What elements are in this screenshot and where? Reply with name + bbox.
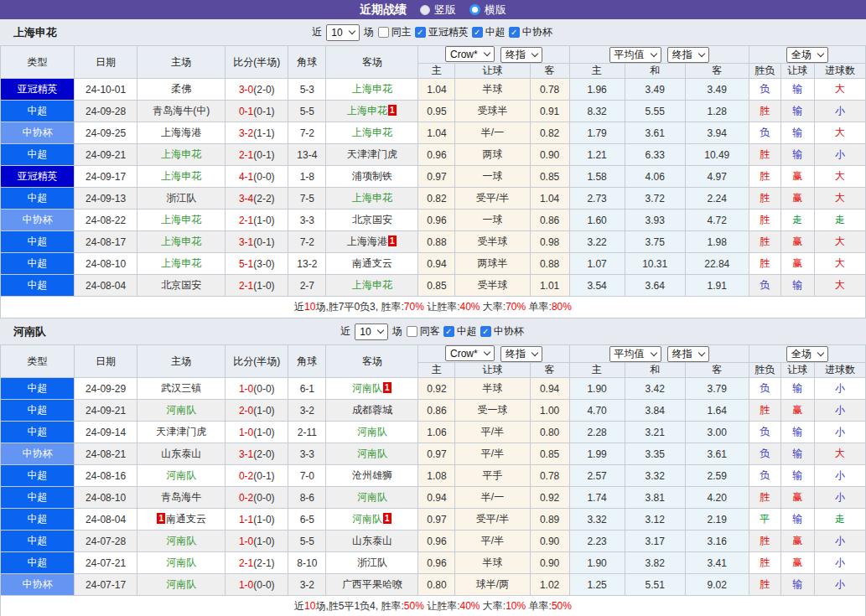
scope-select[interactable]: 全场 xyxy=(786,47,828,63)
away-team-name[interactable]: 成都蓉城 xyxy=(352,404,392,416)
filter-option[interactable]: ✓中超 xyxy=(472,25,506,39)
checkbox-icon[interactable]: ✓ xyxy=(415,27,426,38)
checkbox-icon[interactable]: ✓ xyxy=(443,326,454,337)
away-team-name[interactable]: 上海海港 xyxy=(347,236,387,247)
home-team-name[interactable]: 河南队 xyxy=(166,578,196,590)
home-odds-cell: 0.97 xyxy=(418,443,455,465)
scope-select[interactable]: 全场 xyxy=(786,346,828,362)
checkbox-icon[interactable] xyxy=(378,27,389,38)
match-row: 中超24-09-21上海申花2-1(0-1)13-4天津津门虎0.96两球0.9… xyxy=(1,144,866,166)
avg-select[interactable]: 平均值 xyxy=(609,346,661,362)
away-team-cell: 天津津门虎 xyxy=(326,144,418,166)
home-team-name[interactable]: 南通支云 xyxy=(166,513,206,525)
odds-company-select[interactable]: Crow* xyxy=(445,345,495,361)
home-team-name[interactable]: 上海申花 xyxy=(161,170,201,182)
away-team-name[interactable]: 山东泰山 xyxy=(352,535,392,546)
away-team-name[interactable]: 河南队 xyxy=(352,382,382,394)
radio-unselected-icon[interactable] xyxy=(420,5,430,15)
checkbox-icon[interactable]: ✓ xyxy=(472,27,483,38)
filter-option[interactable]: ✓中超 xyxy=(443,324,477,339)
away-team-name[interactable]: 浙江队 xyxy=(357,556,387,568)
away-team-name[interactable]: 天津津门虎 xyxy=(347,148,397,160)
halftime-score: (2-1) xyxy=(253,557,274,569)
home-team-name[interactable]: 上海申花 xyxy=(161,257,201,269)
home-team-cell: 柔佛 xyxy=(137,79,226,101)
home-team-name[interactable]: 上海申花 xyxy=(161,236,201,247)
match-count-select[interactable]: 10 xyxy=(326,24,359,41)
chevron-down-icon xyxy=(348,28,355,34)
home-team-cell: 浙江队 xyxy=(137,188,226,210)
away-odds-cell: 0.90 xyxy=(530,552,569,574)
home-team-name[interactable]: 上海申花 xyxy=(161,214,201,225)
home-team-name[interactable]: 柔佛 xyxy=(171,83,191,95)
checkbox-icon[interactable]: ✓ xyxy=(509,27,520,38)
filter-option[interactable]: ✓亚冠精英 xyxy=(415,25,469,39)
home-team-name[interactable]: 河南队 xyxy=(166,469,196,481)
home-team-name[interactable]: 上海海港 xyxy=(161,127,201,138)
away-team-name[interactable]: 上海申花 xyxy=(352,127,392,138)
home-team-name[interactable]: 浙江队 xyxy=(166,192,196,204)
halftime-score: (0-1) xyxy=(253,470,274,482)
away-team-name[interactable]: 上海申花 xyxy=(352,83,392,95)
col-home: 主场 xyxy=(137,46,226,79)
filter-option[interactable]: 同客 xyxy=(407,324,440,339)
vertical-layout-option[interactable]: 竖版 xyxy=(420,3,456,18)
away-team-name[interactable]: 河南队 xyxy=(352,513,382,525)
away-team-name[interactable]: 沧州雄狮 xyxy=(352,469,392,481)
match-row: 中超24-07-21河南队2-1(2-1)8-10浙江队0.96半球0.901.… xyxy=(1,552,866,574)
match-row: 中超24-09-21河南队2-0(1-0)3-2成都蓉城0.86受一球1.004… xyxy=(1,400,866,422)
away-team-name[interactable]: 河南队 xyxy=(357,448,387,459)
home-team-name[interactable]: 天津津门虎 xyxy=(156,426,206,437)
result-cell: 胜 xyxy=(749,253,780,275)
odds-time-select[interactable]: 终指 xyxy=(500,47,542,63)
col-odds-handicap: 让球 xyxy=(455,64,530,79)
away-team-name[interactable]: 上海申花 xyxy=(347,105,387,116)
avg-draw-cell: 3.42 xyxy=(625,378,685,400)
away-odds-cell: 0.78 xyxy=(530,79,569,101)
match-row: 中超24-09-14天津津门虎1-0(1-0)2-11河南队1.06平/半0.8… xyxy=(1,422,866,443)
filter-option[interactable]: ✓中协杯 xyxy=(509,25,552,39)
match-count-select[interactable]: 10 xyxy=(355,324,387,340)
horizontal-layout-option[interactable]: 横版 xyxy=(469,3,506,18)
away-team-name[interactable]: 北京国安 xyxy=(352,214,392,225)
away-team-name[interactable]: 浦项制铁 xyxy=(352,170,392,182)
away-team-name[interactable]: 广西平果哈嘹 xyxy=(342,578,402,590)
away-team-name[interactable]: 河南队 xyxy=(357,426,387,437)
home-team-name[interactable]: 上海申花 xyxy=(161,148,201,160)
radio-selected-icon[interactable] xyxy=(469,4,480,15)
home-team-name[interactable]: 青岛海牛 xyxy=(161,491,201,503)
summary-segment: 40% xyxy=(459,600,480,612)
summary-segment: 场,胜5平1负4, 胜率: xyxy=(315,600,403,612)
handicap-cell: 平/半 xyxy=(455,443,530,465)
home-team-name[interactable]: 河南队 xyxy=(166,404,196,416)
odds-time-select[interactable]: 终指 xyxy=(500,346,542,362)
away-team-name[interactable]: 河南队 xyxy=(357,491,387,503)
checkbox-label: 中超 xyxy=(457,324,477,339)
avg-select[interactable]: 平均值 xyxy=(609,47,661,63)
away-odds-cell: 1.00 xyxy=(530,400,569,422)
home-team-name[interactable]: 北京国安 xyxy=(161,279,201,291)
checkbox-icon[interactable] xyxy=(407,326,417,337)
home-team-name[interactable]: 武汉三镇 xyxy=(161,382,201,394)
avg-draw-cell: 3.81 xyxy=(625,487,685,509)
home-odds-cell: 1.08 xyxy=(418,465,455,487)
home-team-name[interactable]: 河南队 xyxy=(166,535,196,546)
avg-time-select[interactable]: 终指 xyxy=(667,47,709,63)
odds-company-select[interactable]: Crow* xyxy=(445,46,495,62)
away-team-name[interactable]: 上海申花 xyxy=(352,279,392,291)
checkbox-icon[interactable]: ✓ xyxy=(480,326,491,337)
handicap-result-cell: 输 xyxy=(780,79,814,101)
away-team-name[interactable]: 上海申花 xyxy=(352,192,392,204)
fulltime-score: 1-0 xyxy=(239,579,253,591)
col-corner: 角球 xyxy=(288,345,326,378)
home-team-name[interactable]: 山东泰山 xyxy=(161,448,201,459)
avg-draw-cell: 3.82 xyxy=(625,552,685,574)
handicap-result-cell: 输 xyxy=(780,422,814,443)
fulltime-score: 2-1 xyxy=(239,557,253,569)
home-team-name[interactable]: 青岛海牛(中) xyxy=(153,105,210,116)
avg-time-select[interactable]: 终指 xyxy=(667,346,709,362)
home-team-name[interactable]: 河南队 xyxy=(166,556,196,568)
away-team-name[interactable]: 南通支云 xyxy=(352,257,392,269)
filter-option[interactable]: 同主 xyxy=(378,25,412,39)
filter-option[interactable]: ✓中协杯 xyxy=(480,324,524,339)
